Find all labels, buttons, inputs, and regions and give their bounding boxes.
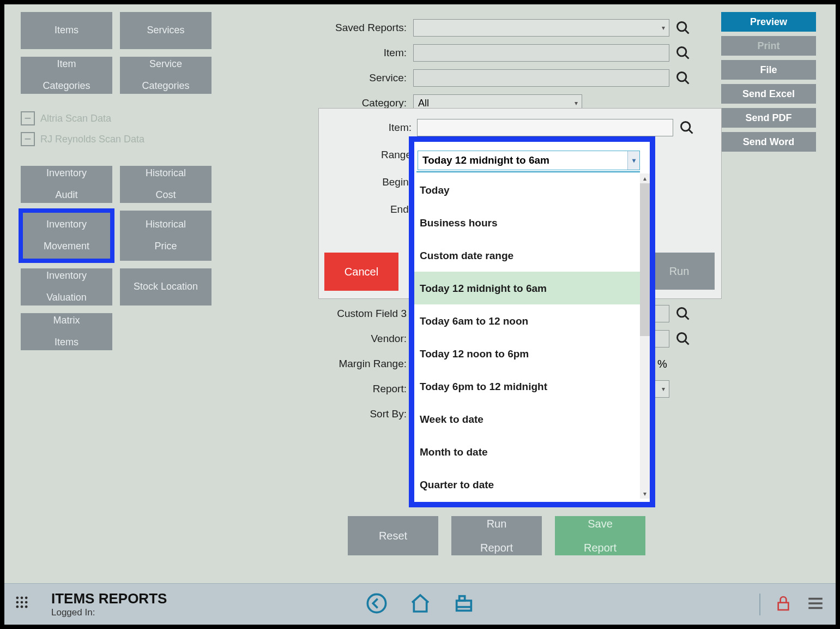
inventory-valuation-button[interactable]: InventoryValuation	[21, 268, 112, 305]
send-excel-button[interactable]: Send Excel	[721, 84, 816, 104]
chevron-down-icon: ▾	[627, 151, 639, 170]
search-icon[interactable]	[674, 19, 692, 37]
svg-point-6	[678, 308, 686, 317]
send-pdf-button[interactable]: Send PDF	[721, 108, 816, 128]
scroll-up-icon[interactable]: ▴	[640, 173, 650, 183]
margin-label: Margin Range:	[277, 358, 413, 370]
cancel-button[interactable]: Cancel	[324, 253, 398, 291]
category-label: Category:	[277, 97, 413, 109]
modal-range-label: Range	[319, 149, 417, 161]
send-word-button[interactable]: Send Word	[721, 132, 816, 152]
preview-button[interactable]: Preview	[721, 12, 816, 32]
search-icon[interactable]	[674, 304, 692, 323]
scroll-thumb[interactable]	[640, 183, 650, 336]
range-option[interactable]: Today 6am to 12 noon	[414, 304, 641, 337]
range-option[interactable]: Today 6pm to 12 midnight	[414, 370, 641, 403]
service-label: Service:	[277, 72, 413, 84]
range-option[interactable]: Month to date	[414, 435, 641, 468]
search-icon[interactable]	[674, 330, 692, 348]
chevron-down-icon: ▾	[571, 99, 582, 107]
minus-icon: −	[21, 132, 35, 146]
svg-point-13	[21, 597, 23, 600]
category-value: All	[418, 98, 429, 109]
range-selected-value: Today 12 midnight to 6am	[422, 154, 549, 166]
item-categories-button[interactable]: ItemCategories	[21, 57, 112, 94]
apps-icon[interactable]	[14, 595, 29, 614]
modal-begin-label: Begin:	[319, 176, 417, 188]
scroll-down-icon[interactable]: ▾	[640, 489, 650, 499]
percent-label: %	[657, 358, 667, 370]
matrix-items-button[interactable]: MatrixItems	[21, 313, 112, 350]
range-option[interactable]: Today 12 midnight to 6am	[414, 272, 641, 304]
sort-label: Sort By:	[277, 408, 413, 420]
modal-item-input[interactable]	[417, 119, 673, 136]
items-button[interactable]: Items	[21, 12, 112, 49]
svg-rect-22	[456, 601, 471, 610]
modal-end-label: End:	[319, 203, 417, 215]
svg-point-19	[21, 606, 23, 608]
svg-line-11	[689, 130, 693, 134]
svg-rect-23	[459, 596, 464, 600]
svg-point-12	[16, 597, 19, 600]
lock-icon[interactable]	[775, 595, 792, 614]
svg-line-3	[685, 55, 689, 59]
range-option[interactable]: Week to date	[414, 403, 641, 435]
inventory-audit-button[interactable]: InventoryAudit	[21, 166, 112, 203]
rj-scan-toggle[interactable]: − RJ Reynolds Scan Data	[21, 129, 261, 149]
svg-line-9	[685, 341, 689, 345]
run-button[interactable]: Run	[644, 253, 715, 290]
svg-line-5	[685, 80, 689, 84]
svg-line-1	[685, 30, 689, 34]
actions-panel: Preview Print File Send Excel Send PDF S…	[721, 12, 816, 152]
range-option[interactable]: Custom date range	[414, 239, 641, 272]
footer-logged-in: Logged In:	[51, 607, 167, 618]
footer-bar: ITEMS REPORTS Logged In:	[4, 583, 836, 625]
search-icon[interactable]	[674, 44, 692, 62]
search-icon[interactable]	[674, 69, 692, 87]
range-select-open[interactable]: Today 12 midnight to 6am ▾	[418, 151, 640, 170]
svg-line-7	[685, 316, 689, 320]
range-option[interactable]: Quarter to date	[414, 468, 641, 499]
range-option[interactable]: Today	[414, 173, 641, 206]
minus-icon: −	[21, 111, 35, 125]
svg-point-0	[678, 22, 686, 31]
stock-location-button[interactable]: Stock Location	[120, 268, 211, 305]
save-report-button[interactable]: SaveReport	[555, 516, 645, 555]
item-input[interactable]	[413, 44, 669, 62]
file-button[interactable]: File	[721, 60, 816, 80]
svg-point-16	[21, 601, 23, 604]
custom3-label: Custom Field 3	[277, 308, 413, 320]
svg-point-17	[25, 601, 28, 604]
print-button[interactable]: Print	[721, 36, 816, 56]
svg-point-2	[678, 47, 686, 56]
register-icon[interactable]	[453, 592, 475, 616]
svg-point-10	[681, 122, 690, 131]
item-label: Item:	[277, 47, 413, 59]
footer-title: ITEMS REPORTS	[51, 590, 167, 607]
rj-scan-label: RJ Reynolds Scan Data	[40, 134, 144, 145]
home-icon[interactable]	[409, 592, 431, 616]
inventory-movement-button[interactable]: InventoryMovement	[21, 211, 112, 261]
service-categories-button[interactable]: ServiceCategories	[120, 57, 211, 94]
altria-scan-toggle[interactable]: − Altria Scan Data	[21, 108, 261, 129]
modal-item-label: Item:	[319, 122, 417, 134]
range-option[interactable]: Business hours	[414, 206, 641, 239]
chevron-down-icon: ▾	[658, 385, 669, 393]
svg-point-4	[678, 73, 686, 81]
menu-icon[interactable]	[806, 594, 825, 615]
vendor-label: Vendor:	[277, 333, 413, 345]
range-option[interactable]: Today 12 noon to 6pm	[414, 337, 641, 370]
historical-cost-button[interactable]: HistoricalCost	[120, 166, 211, 203]
reset-button[interactable]: Reset	[348, 516, 438, 555]
dropdown-scrollbar[interactable]: ▴ ▾	[640, 173, 650, 499]
svg-point-14	[25, 597, 28, 600]
search-icon[interactable]	[678, 118, 696, 137]
services-button[interactable]: Services	[120, 12, 211, 49]
back-icon[interactable]	[366, 592, 388, 616]
svg-point-15	[16, 601, 19, 604]
historical-price-button[interactable]: HistoricalPrice	[120, 211, 211, 261]
service-input[interactable]	[413, 69, 669, 87]
saved-reports-select[interactable]: ▾	[413, 19, 669, 37]
run-report-button[interactable]: RunReport	[451, 516, 542, 555]
saved-reports-label: Saved Reports:	[277, 22, 413, 34]
